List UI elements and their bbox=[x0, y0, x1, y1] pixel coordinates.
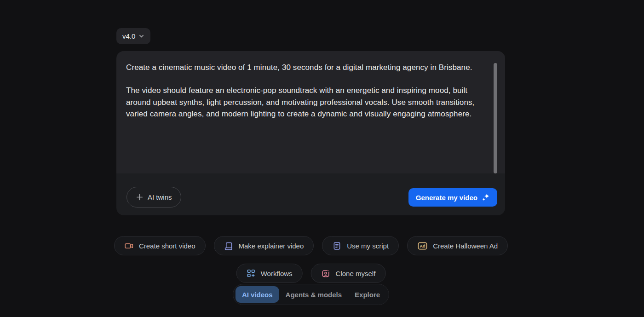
clone-person-sparkle-icon bbox=[321, 269, 331, 278]
chip-label: Workflows bbox=[261, 270, 293, 277]
workflow-grid-plus-icon bbox=[247, 269, 256, 278]
sparkles-icon bbox=[482, 193, 490, 202]
chevron-down-icon bbox=[138, 33, 144, 39]
svg-text:Ad: Ad bbox=[420, 243, 426, 248]
chip-label: Create Halloween Ad bbox=[433, 242, 498, 250]
video-camera-icon bbox=[124, 241, 134, 251]
prompt-scrollbar-thumb[interactable] bbox=[494, 63, 497, 173]
app-background: v4.0 Create a cinematic music video of 1… bbox=[0, 0, 644, 317]
version-label: v4.0 bbox=[122, 32, 135, 40]
tab-explore[interactable]: Explore bbox=[348, 286, 386, 303]
plus-icon bbox=[136, 193, 144, 201]
chip-label: Make explainer video bbox=[239, 242, 304, 250]
chip-label: Clone myself bbox=[336, 270, 376, 277]
ad-badge-icon: Ad bbox=[417, 241, 428, 251]
script-document-icon bbox=[332, 241, 342, 251]
bottom-tab-bar: AI videos Agents & models Explore bbox=[233, 284, 389, 305]
create-halloween-ad-chip[interactable]: Ad Create Halloween Ad bbox=[407, 236, 508, 255]
chip-label: Use my script bbox=[347, 242, 389, 250]
prompt-paragraph: Create a cinematic music video of 1 minu… bbox=[126, 62, 486, 73]
version-selector[interactable]: v4.0 bbox=[116, 28, 150, 44]
workflows-chip[interactable]: Workflows bbox=[236, 264, 303, 283]
prompt-card: Create a cinematic music video of 1 minu… bbox=[116, 51, 505, 215]
suggestions-row-2: Workflows Clone myself bbox=[236, 264, 386, 283]
generate-label: Generate my video bbox=[416, 194, 477, 202]
chip-label: Create short video bbox=[139, 242, 196, 250]
prompt-paragraph: The video should feature an electronic-p… bbox=[126, 85, 486, 120]
make-explainer-video-chip[interactable]: Make explainer video bbox=[214, 236, 314, 255]
ai-twins-label: AI twins bbox=[148, 193, 172, 201]
tab-agents-and-models[interactable]: Agents & models bbox=[279, 286, 349, 303]
use-my-script-chip[interactable]: Use my script bbox=[322, 236, 399, 255]
scroll-icon bbox=[224, 241, 234, 251]
clone-myself-chip[interactable]: Clone myself bbox=[311, 264, 386, 283]
generate-video-button[interactable]: Generate my video bbox=[408, 188, 497, 207]
prompt-card-footer: AI twins Generate my video bbox=[116, 173, 505, 215]
suggestions-row-1: Create short video Make explainer video … bbox=[114, 236, 508, 255]
create-short-video-chip[interactable]: Create short video bbox=[114, 236, 206, 255]
tab-ai-videos[interactable]: AI videos bbox=[236, 286, 279, 303]
ai-twins-button[interactable]: AI twins bbox=[126, 187, 181, 207]
prompt-input[interactable]: Create a cinematic music video of 1 minu… bbox=[116, 51, 505, 173]
